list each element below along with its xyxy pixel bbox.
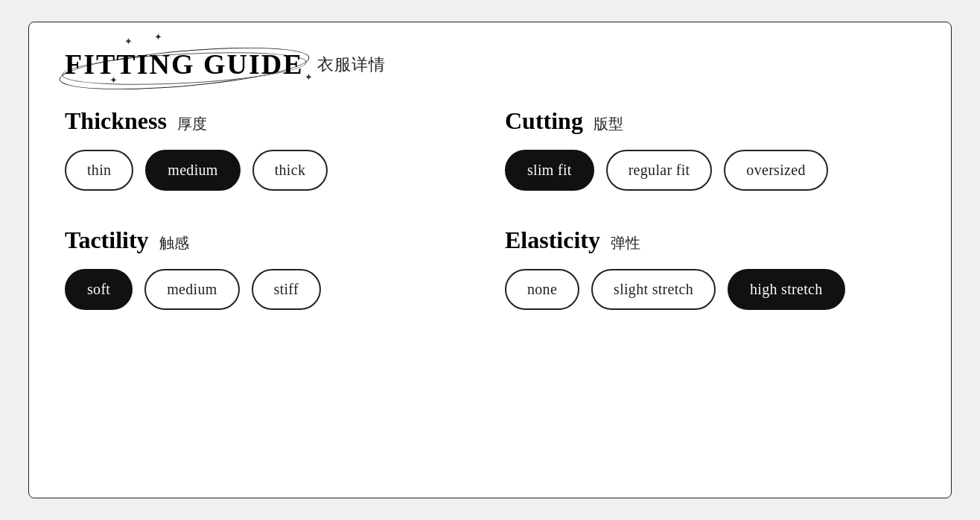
section-thickness-header: Thickness 厚度 xyxy=(65,107,475,135)
header: ✦ ✦ ✦ ✦ FITTING GUIDE 衣服详情 xyxy=(65,49,915,80)
cutting-pills: slim fit regular fit oversized xyxy=(505,150,915,191)
section-tactility-header: Tactility 触感 xyxy=(65,226,475,254)
section-tactility: Tactility 触感 soft medium stiff xyxy=(65,226,475,322)
cutting-pill-regular-fit[interactable]: regular fit xyxy=(606,150,713,191)
header-subtitle: 衣服详情 xyxy=(317,54,386,76)
cutting-pill-oversized[interactable]: oversized xyxy=(724,150,827,191)
elasticity-pill-none[interactable]: none xyxy=(505,269,579,310)
logo-text: FITTING GUIDE xyxy=(65,48,304,80)
thickness-pill-medium[interactable]: medium xyxy=(145,150,240,191)
thickness-pills: thin medium thick xyxy=(65,150,475,191)
section-thickness: Thickness 厚度 thin medium thick xyxy=(65,107,475,203)
logo-area: ✦ ✦ ✦ ✦ FITTING GUIDE xyxy=(65,49,304,80)
tactility-pill-stiff[interactable]: stiff xyxy=(252,269,321,310)
section-elasticity-header: Elasticity 弹性 xyxy=(505,226,915,254)
tactility-pill-soft[interactable]: soft xyxy=(65,269,133,310)
section-tactility-title: Tactility xyxy=(65,226,149,254)
sparkle-icon-1: ✦ xyxy=(124,36,133,48)
section-tactility-subtitle: 触感 xyxy=(159,233,189,253)
section-elasticity-title: Elasticity xyxy=(505,226,600,254)
cutting-pill-slim-fit[interactable]: slim fit xyxy=(505,150,594,191)
section-elasticity-subtitle: 弹性 xyxy=(611,233,640,253)
section-cutting-title: Cutting xyxy=(505,107,583,135)
tactility-pills: soft medium stiff xyxy=(65,269,475,310)
elasticity-pill-slight-stretch[interactable]: slight stretch xyxy=(591,269,716,310)
thickness-pill-thick[interactable]: thick xyxy=(252,150,328,191)
section-cutting: Cutting 版型 slim fit regular fit oversize… xyxy=(505,107,915,203)
sparkle-icon-3: ✦ xyxy=(305,72,313,83)
section-cutting-header: Cutting 版型 xyxy=(505,107,915,135)
tactility-pill-medium[interactable]: medium xyxy=(144,269,239,310)
fitting-guide-card: ✦ ✦ ✦ ✦ FITTING GUIDE 衣服详情 Thickness 厚度 … xyxy=(28,22,952,498)
sections-grid: Thickness 厚度 thin medium thick Cutting 版… xyxy=(65,107,915,322)
section-elasticity: Elasticity 弹性 none slight stretch high s… xyxy=(505,226,915,322)
thickness-pill-thin[interactable]: thin xyxy=(65,150,133,191)
section-cutting-subtitle: 版型 xyxy=(594,114,623,134)
sparkle-icon-2: ✦ xyxy=(154,31,162,43)
elasticity-pills: none slight stretch high stretch xyxy=(505,269,915,310)
section-thickness-title: Thickness xyxy=(65,107,167,135)
elasticity-pill-high-stretch[interactable]: high stretch xyxy=(728,269,844,310)
section-thickness-subtitle: 厚度 xyxy=(177,114,207,134)
